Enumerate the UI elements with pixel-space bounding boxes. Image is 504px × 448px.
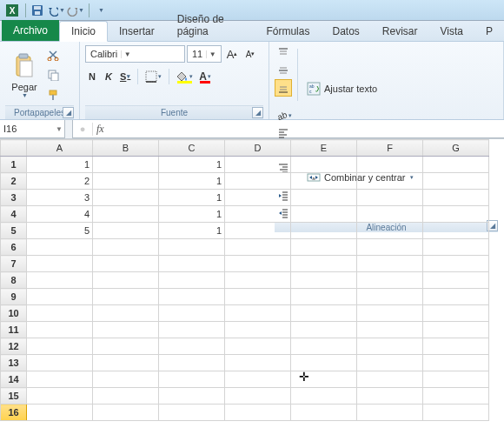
cell-B11[interactable] <box>93 322 159 338</box>
cell-E6[interactable] <box>291 239 357 256</box>
cell-E13[interactable] <box>291 355 357 371</box>
underline-button[interactable]: S▾ <box>118 68 132 85</box>
copy-button[interactable] <box>45 67 61 83</box>
row-header-13[interactable]: 13 <box>1 355 27 371</box>
tab-diseno[interactable]: Diseño de página <box>166 10 255 41</box>
tab-revisar[interactable]: Revisar <box>371 22 429 41</box>
cell-E12[interactable] <box>291 338 357 355</box>
cell-F16[interactable] <box>357 405 423 421</box>
cell-E7[interactable] <box>291 256 357 272</box>
cell-G2[interactable] <box>423 173 489 190</box>
font-launcher[interactable]: ◢ <box>252 107 263 118</box>
row-header-2[interactable]: 2 <box>1 173 27 190</box>
name-box[interactable]: I16 ▼ <box>0 120 65 138</box>
cell-B16[interactable] <box>93 405 159 421</box>
cell-B14[interactable] <box>93 371 159 388</box>
cell-G5[interactable] <box>423 223 489 239</box>
save-button[interactable] <box>29 2 46 19</box>
cell-F1[interactable] <box>357 157 423 173</box>
col-header-C[interactable]: C <box>159 140 225 157</box>
cell-G10[interactable] <box>423 305 489 322</box>
cell-B4[interactable] <box>93 206 159 223</box>
cell-E9[interactable] <box>291 289 357 305</box>
cell-C8[interactable] <box>159 272 225 289</box>
cell-C9[interactable] <box>159 289 225 305</box>
cell-A8[interactable] <box>27 272 93 289</box>
cell-C12[interactable] <box>159 338 225 355</box>
cell-F11[interactable] <box>357 322 423 338</box>
cell-G15[interactable] <box>423 388 489 405</box>
cell-D6[interactable] <box>225 239 291 256</box>
tab-truncated[interactable]: P <box>474 22 504 41</box>
cell-A13[interactable] <box>27 355 93 371</box>
cell-F5[interactable] <box>357 223 423 239</box>
cell-A3[interactable]: 3 <box>27 190 93 206</box>
cell-B5[interactable] <box>93 223 159 239</box>
cell-C14[interactable] <box>159 371 225 388</box>
cell-F13[interactable] <box>357 355 423 371</box>
cell-A14[interactable] <box>27 371 93 388</box>
cell-D10[interactable] <box>225 305 291 322</box>
cell-E14[interactable] <box>291 371 357 388</box>
cell-E15[interactable] <box>291 388 357 405</box>
cell-B1[interactable] <box>93 157 159 173</box>
cell-B13[interactable] <box>93 355 159 371</box>
cell-G14[interactable] <box>423 371 489 388</box>
tab-vista[interactable]: Vista <box>429 22 474 41</box>
cell-F9[interactable] <box>357 289 423 305</box>
row-header-8[interactable]: 8 <box>1 272 27 289</box>
cell-G6[interactable] <box>423 239 489 256</box>
cell-C4[interactable]: 1 <box>159 206 225 223</box>
row-header-10[interactable]: 10 <box>1 305 27 322</box>
fill-color-button[interactable]: ▾ <box>175 68 195 85</box>
col-header-B[interactable]: B <box>93 140 159 157</box>
tab-inicio[interactable]: Inicio <box>59 21 108 42</box>
tab-formulas[interactable]: Fórmulas <box>255 22 321 41</box>
cell-F14[interactable] <box>357 371 423 388</box>
cell-E2[interactable] <box>291 173 357 190</box>
cell-A5[interactable]: 5 <box>27 223 93 239</box>
col-header-G[interactable]: G <box>423 140 489 157</box>
cell-A11[interactable] <box>27 322 93 338</box>
cell-A1[interactable]: 1 <box>27 157 93 173</box>
cell-D2[interactable] <box>225 173 291 190</box>
cell-E5[interactable] <box>291 223 357 239</box>
cell-D5[interactable] <box>225 223 291 239</box>
row-header-11[interactable]: 11 <box>1 322 27 338</box>
cell-E3[interactable] <box>291 190 357 206</box>
cancel-formula-button[interactable]: ● <box>73 120 92 137</box>
cell-B7[interactable] <box>93 256 159 272</box>
cell-A7[interactable] <box>27 256 93 272</box>
cell-C13[interactable] <box>159 355 225 371</box>
align-bottom-button[interactable] <box>275 79 292 97</box>
cell-C7[interactable] <box>159 256 225 272</box>
row-header-3[interactable]: 3 <box>1 190 27 206</box>
cell-G1[interactable] <box>423 157 489 173</box>
cell-F4[interactable] <box>357 206 423 223</box>
cell-D14[interactable] <box>225 371 291 388</box>
cell-D7[interactable] <box>225 256 291 272</box>
borders-button[interactable]: ▾ <box>143 68 163 85</box>
cut-button[interactable] <box>45 47 61 63</box>
cell-A15[interactable] <box>27 388 93 405</box>
paste-button[interactable]: Pegar ▼ <box>5 44 43 105</box>
cell-D4[interactable] <box>225 206 291 223</box>
cell-F15[interactable] <box>357 388 423 405</box>
cell-E16[interactable] <box>291 405 357 421</box>
cell-A6[interactable] <box>27 239 93 256</box>
cell-D1[interactable] <box>225 157 291 173</box>
col-header-A[interactable]: A <box>27 140 93 157</box>
format-painter-button[interactable] <box>45 87 61 103</box>
tab-insertar[interactable]: Insertar <box>108 22 166 41</box>
wrap-text-button[interactable]: abc Ajustar texto <box>303 79 417 98</box>
cell-G7[interactable] <box>423 256 489 272</box>
cell-D15[interactable] <box>225 388 291 405</box>
cell-B8[interactable] <box>93 272 159 289</box>
cell-G9[interactable] <box>423 289 489 305</box>
cell-G13[interactable] <box>423 355 489 371</box>
cell-B15[interactable] <box>93 388 159 405</box>
cell-D13[interactable] <box>225 355 291 371</box>
cell-C6[interactable] <box>159 239 225 256</box>
cell-A9[interactable] <box>27 289 93 305</box>
row-header-14[interactable]: 14 <box>1 371 27 388</box>
